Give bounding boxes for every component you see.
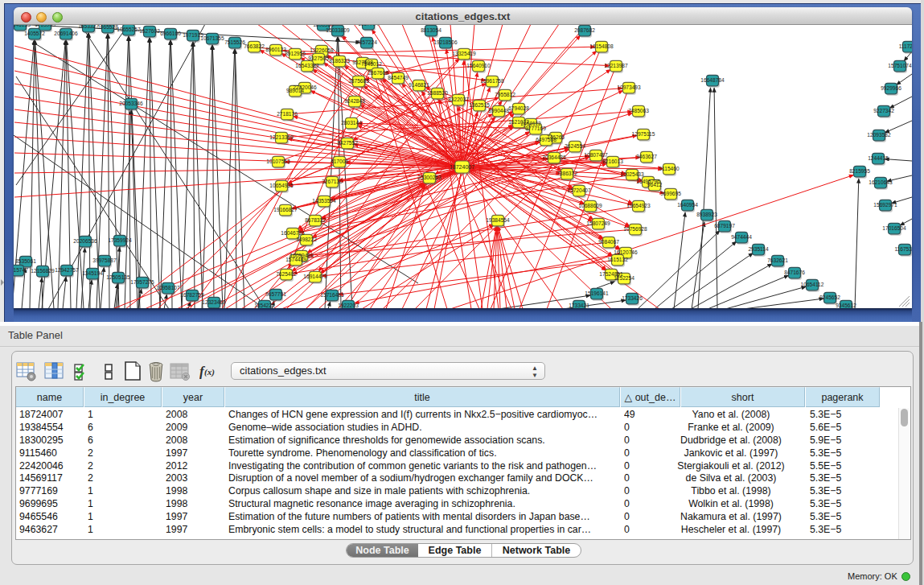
svg-text:3267130: 3267130 bbox=[322, 179, 343, 184]
svg-text:16120746: 16120746 bbox=[614, 249, 638, 255]
svg-text:15692971: 15692971 bbox=[873, 202, 897, 208]
svg-text:6879197: 6879197 bbox=[714, 223, 735, 229]
svg-text:8960123: 8960123 bbox=[265, 47, 286, 52]
svg-text:19218506: 19218506 bbox=[433, 39, 458, 45]
svg-text:10807487: 10807487 bbox=[584, 152, 608, 158]
svg-text:19384554: 19384554 bbox=[486, 217, 510, 223]
svg-text:19166827: 19166827 bbox=[273, 207, 298, 212]
svg-text:10756928: 10756928 bbox=[623, 226, 647, 232]
svg-text:7632621: 7632621 bbox=[767, 257, 788, 263]
svg-text:7515526: 7515526 bbox=[224, 39, 245, 45]
svg-text:16046736: 16046736 bbox=[281, 230, 305, 236]
svg-text:15196141: 15196141 bbox=[585, 290, 609, 296]
svg-text:16648784: 16648784 bbox=[700, 77, 725, 83]
svg-text:1637704: 1637704 bbox=[358, 25, 379, 27]
svg-text:20691406: 20691406 bbox=[54, 31, 78, 36]
svg-text:10671355: 10671355 bbox=[200, 35, 224, 41]
svg-text:8990448: 8990448 bbox=[488, 108, 509, 113]
svg-text:417004: 417004 bbox=[331, 159, 348, 164]
svg-text:9657791: 9657791 bbox=[265, 291, 286, 297]
svg-text:16782759: 16782759 bbox=[180, 292, 204, 298]
svg-text:12505135: 12505135 bbox=[106, 274, 130, 280]
svg-text:9463627: 9463627 bbox=[636, 154, 657, 159]
svg-text:10688609: 10688609 bbox=[578, 203, 602, 208]
svg-text:12213987: 12213987 bbox=[604, 63, 628, 68]
svg-text:1922203: 1922203 bbox=[338, 303, 359, 308]
svg-text:10958107: 10958107 bbox=[156, 285, 180, 290]
svg-text:8938923: 8938923 bbox=[696, 212, 717, 217]
svg-text:1527602: 1527602 bbox=[139, 28, 160, 34]
svg-text:1653327: 1653327 bbox=[78, 25, 99, 29]
svg-text:8322037: 8322037 bbox=[448, 97, 469, 102]
svg-text:8216013: 8216013 bbox=[602, 159, 623, 164]
svg-text:10107553: 10107553 bbox=[266, 159, 290, 164]
svg-text:1733426: 1733426 bbox=[622, 295, 643, 301]
svg-text:20206536: 20206536 bbox=[73, 238, 97, 244]
svg-text:20364436: 20364436 bbox=[542, 154, 566, 160]
svg-text:7625402: 7625402 bbox=[276, 271, 297, 277]
svg-text:2718176: 2718176 bbox=[277, 111, 298, 117]
svg-text:2867608: 2867608 bbox=[368, 70, 388, 76]
svg-text:10025433: 10025433 bbox=[620, 171, 644, 177]
svg-text:12156829: 12156829 bbox=[31, 268, 55, 274]
svg-text:25300253: 25300253 bbox=[417, 175, 441, 180]
svg-text:8471676: 8471676 bbox=[784, 270, 805, 275]
svg-text:15751074: 15751074 bbox=[888, 63, 912, 68]
svg-text:9227342: 9227342 bbox=[873, 108, 894, 113]
svg-text:15716485: 15716485 bbox=[320, 292, 344, 298]
svg-text:14353594: 14353594 bbox=[312, 198, 336, 204]
svg-text:3498222: 3498222 bbox=[296, 237, 317, 242]
svg-text:16033809: 16033809 bbox=[326, 27, 350, 33]
svg-text:9146821: 9146821 bbox=[409, 82, 429, 88]
svg-text:17016504: 17016504 bbox=[882, 225, 906, 231]
svg-text:12975115: 12975115 bbox=[632, 131, 655, 137]
svg-text:16543382: 16543382 bbox=[295, 63, 319, 68]
svg-text:1065528: 1065528 bbox=[97, 25, 118, 30]
svg-text:16210643: 16210643 bbox=[869, 179, 893, 185]
svg-text:1640954: 1640954 bbox=[677, 202, 698, 208]
svg-text:15640910: 15640910 bbox=[466, 63, 491, 68]
svg-text:1854221: 1854221 bbox=[254, 303, 275, 308]
svg-text:1362515: 1362515 bbox=[469, 102, 490, 108]
svg-text:1733421: 1733421 bbox=[569, 303, 589, 308]
svg-text:6966160: 6966160 bbox=[160, 31, 181, 36]
svg-text:9242848: 9242848 bbox=[344, 98, 365, 104]
svg-text:2803144: 2803144 bbox=[341, 120, 362, 126]
svg-text:1405572: 1405572 bbox=[24, 31, 45, 36]
svg-text:12213369: 12213369 bbox=[269, 134, 294, 140]
svg-text:20053346: 20053346 bbox=[119, 101, 143, 106]
svg-text:989014: 989014 bbox=[286, 88, 304, 93]
svg-text:1167533: 1167533 bbox=[894, 246, 912, 252]
svg-text:9777169: 9777169 bbox=[525, 126, 546, 131]
svg-text:9646133: 9646133 bbox=[14, 25, 31, 27]
svg-text:16914479: 16914479 bbox=[303, 274, 327, 279]
svg-text:9115460: 9115460 bbox=[659, 166, 680, 171]
svg-text:1763905: 1763905 bbox=[35, 25, 55, 27]
svg-text:8535061: 8535061 bbox=[15, 258, 36, 264]
svg-text:16961758: 16961758 bbox=[480, 78, 504, 84]
svg-text:1615132: 1615132 bbox=[607, 257, 628, 262]
svg-text:6497568: 6497568 bbox=[536, 137, 556, 142]
svg-text:8813054: 8813054 bbox=[421, 27, 441, 33]
svg-text:12942757: 12942757 bbox=[55, 267, 79, 273]
svg-text:9474444: 9474444 bbox=[731, 234, 752, 240]
svg-text:12323468: 12323468 bbox=[202, 299, 226, 305]
svg-text:8427552: 8427552 bbox=[337, 140, 358, 146]
svg-text:(x): (x) bbox=[204, 367, 215, 377]
svg-text:3915747: 3915747 bbox=[14, 267, 28, 273]
svg-text:13325419: 13325419 bbox=[452, 51, 476, 56]
svg-text:39975887: 39975887 bbox=[92, 257, 117, 263]
svg-text:3624554: 3624554 bbox=[565, 143, 585, 149]
svg-text:17359924: 17359924 bbox=[108, 237, 132, 243]
svg-text:18724007: 18724007 bbox=[450, 164, 474, 170]
svg-text:8454749: 8454749 bbox=[388, 75, 409, 80]
svg-text:7546012: 7546012 bbox=[361, 61, 382, 67]
svg-text:9929966: 9929966 bbox=[881, 85, 901, 91]
svg-text:8215955: 8215955 bbox=[849, 168, 870, 174]
svg-text:2087682: 2087682 bbox=[574, 27, 595, 33]
svg-text:10655257: 10655257 bbox=[117, 27, 141, 32]
svg-text:2935114: 2935114 bbox=[748, 246, 769, 252]
svg-text:1117243: 1117243 bbox=[899, 43, 912, 49]
svg-text:1574489: 1574489 bbox=[285, 257, 306, 262]
svg-text:12093582: 12093582 bbox=[867, 132, 891, 138]
